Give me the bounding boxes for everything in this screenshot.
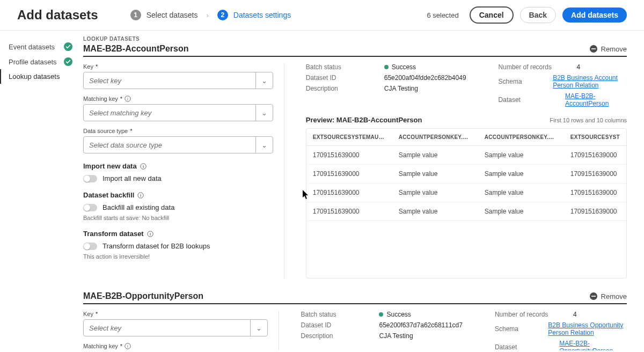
batch-status-value: Success bbox=[379, 311, 411, 318]
table-row: 1709151639000Sample valueSample value170… bbox=[306, 165, 626, 184]
stepper: 1 Select datasets › 2 Datasets settings bbox=[130, 10, 427, 20]
meta-key: Dataset ID bbox=[301, 321, 370, 329]
meta-key: Number of records bbox=[495, 311, 565, 318]
num-records-value: 4 bbox=[573, 311, 577, 318]
svg-text:i: i bbox=[143, 164, 144, 169]
transform-hint: This action is irreversible! bbox=[83, 253, 273, 260]
step-num-2: 2 bbox=[217, 10, 228, 20]
remove-label: Remove bbox=[601, 45, 627, 53]
batch-status-value: Success bbox=[384, 63, 416, 71]
preview-table[interactable]: EXTSOURCESYSTEMAUDIT.L... ACCOUNTPERSONK… bbox=[306, 128, 627, 278]
dataset-info-column: Batch statusSuccess Dataset ID65e200f637… bbox=[301, 311, 627, 350]
description-value: CJA Testing bbox=[379, 332, 413, 340]
select-placeholder: Select key bbox=[89, 77, 121, 85]
meta-key: Dataset bbox=[499, 96, 557, 104]
matching-key-select[interactable]: Select matching key ⌄ bbox=[83, 104, 273, 121]
column-header[interactable]: EXTSOURCESYST bbox=[564, 129, 626, 146]
sidebar-item-label: Lookup datasets bbox=[9, 72, 60, 80]
column-header[interactable]: ACCOUNTPERSONKEY.SOURC... bbox=[392, 129, 478, 146]
svg-text:i: i bbox=[127, 344, 128, 349]
check-circle-icon bbox=[64, 57, 72, 66]
dataset-link[interactable]: MAE-B2B-AccountPerson bbox=[565, 92, 627, 107]
remove-circle-icon bbox=[589, 45, 598, 53]
info-icon[interactable]: i bbox=[125, 96, 131, 102]
import-toggle[interactable] bbox=[83, 175, 97, 182]
backfill-toggle[interactable] bbox=[83, 204, 97, 211]
schema-link[interactable]: B2B Business Account Person Relation bbox=[553, 74, 627, 89]
sidebar-item-lookup[interactable]: Lookup datasets bbox=[0, 69, 78, 84]
field-label-key: Key * bbox=[83, 311, 268, 317]
import-toggle-label: Import all new data bbox=[103, 174, 162, 182]
schema-link[interactable]: B2B Business Opportunity Person Relation bbox=[548, 321, 627, 336]
step-1[interactable]: 1 Select datasets bbox=[130, 10, 198, 20]
sidebar: Event datasets Profile datasets Lookup d… bbox=[0, 31, 78, 350]
remove-button[interactable]: Remove bbox=[589, 292, 627, 300]
sidebar-item-label: Event datasets bbox=[9, 43, 55, 51]
table-row: 1709151639000Sample valueSample value170… bbox=[306, 202, 626, 221]
chevron-down-icon: ⌄ bbox=[255, 105, 267, 121]
dataset-block: MAE-B2B-OpportunityPerson Remove Key * S… bbox=[83, 291, 627, 350]
page-title: Add datasets bbox=[17, 8, 98, 23]
section-label: LOOKUP DATASETS bbox=[83, 36, 627, 42]
back-button[interactable]: Back bbox=[520, 7, 556, 23]
chevron-down-icon: ⌄ bbox=[250, 320, 262, 336]
svg-text:i: i bbox=[150, 232, 151, 237]
meta-key: Batch status bbox=[306, 63, 376, 71]
transform-toggle-label: Transform dataset for B2B lookups bbox=[103, 242, 210, 250]
meta-key: Schema bbox=[499, 78, 545, 85]
data-source-select[interactable]: Select data source type ⌄ bbox=[83, 136, 273, 153]
info-icon[interactable]: i bbox=[147, 231, 153, 237]
meta-key: Description bbox=[301, 332, 370, 340]
column-header[interactable]: EXTSOURCESYSTEMAUDIT.L... bbox=[306, 129, 392, 146]
num-records-value: 4 bbox=[577, 63, 581, 71]
remove-label: Remove bbox=[601, 292, 627, 300]
meta-key: Number of records bbox=[499, 63, 568, 71]
sidebar-item-event[interactable]: Event datasets bbox=[0, 39, 78, 54]
backfill-hint: Backfill starts at save: No backfill bbox=[83, 215, 273, 221]
svg-rect-13 bbox=[591, 296, 596, 297]
dataset-info-column: Batch statusSuccess Dataset ID65e200af04… bbox=[306, 63, 627, 278]
step-2[interactable]: 2 Datasets settings bbox=[217, 10, 291, 20]
table-row: 1709151639000Sample valueSample value170… bbox=[306, 184, 626, 202]
dataset-config-column: Key * Select key ⌄ Matching key * i bbox=[83, 63, 284, 278]
step-num-1: 1 bbox=[130, 10, 141, 20]
dataset-head: MAE-B2B-OpportunityPerson Remove bbox=[83, 291, 627, 304]
selected-count: 6 selected bbox=[427, 11, 458, 19]
transform-head: Transform dataset i bbox=[83, 230, 273, 238]
sidebar-item-profile[interactable]: Profile datasets bbox=[0, 54, 78, 69]
remove-button[interactable]: Remove bbox=[589, 45, 627, 53]
select-placeholder: Select key bbox=[89, 324, 121, 332]
key-select[interactable]: Select key ⌄ bbox=[83, 72, 273, 89]
key-select[interactable]: Select key ⌄ bbox=[83, 319, 268, 336]
header-actions: 6 selected Cancel Back Add datasets bbox=[427, 6, 627, 24]
field-label-matching: Matching key * i bbox=[83, 96, 273, 102]
column-header[interactable]: ACCOUNTPERSONKEY.SOURC... bbox=[478, 129, 564, 146]
status-dot-icon bbox=[384, 65, 389, 69]
sidebar-item-label: Profile datasets bbox=[9, 58, 57, 66]
select-placeholder: Select matching key bbox=[89, 109, 151, 117]
add-datasets-button[interactable]: Add datasets bbox=[562, 8, 627, 23]
info-icon[interactable]: i bbox=[137, 192, 144, 199]
chevron-down-icon: ⌄ bbox=[255, 72, 267, 89]
svg-rect-3 bbox=[591, 48, 596, 49]
info-icon[interactable]: i bbox=[140, 163, 147, 170]
preview-meta: First 10 rows and 10 columns bbox=[550, 117, 627, 123]
info-icon[interactable]: i bbox=[125, 343, 131, 349]
chevron-right-icon: › bbox=[206, 11, 208, 19]
dataset-link[interactable]: MAE-B2B-OpportunityPerson bbox=[559, 340, 627, 350]
step-label-1: Select datasets bbox=[147, 11, 198, 19]
cancel-button[interactable]: Cancel bbox=[470, 6, 514, 24]
select-placeholder: Select data source type bbox=[89, 141, 162, 149]
svg-text:i: i bbox=[140, 193, 141, 198]
meta-key: Dataset bbox=[495, 343, 551, 350]
dataset-title: MAE-B2B-AccountPerson bbox=[83, 44, 188, 54]
description-value: CJA Testing bbox=[384, 85, 418, 92]
transform-toggle[interactable] bbox=[83, 243, 97, 250]
meta-key: Schema bbox=[495, 325, 539, 333]
table-row: 1709151639000Sample valueSample value170… bbox=[306, 146, 626, 165]
remove-circle-icon bbox=[589, 292, 598, 300]
meta-key: Batch status bbox=[301, 311, 370, 318]
dataset-title: MAE-B2B-OpportunityPerson bbox=[83, 291, 203, 301]
svg-text:i: i bbox=[127, 97, 128, 101]
field-label-source: Data source type * bbox=[83, 128, 273, 134]
